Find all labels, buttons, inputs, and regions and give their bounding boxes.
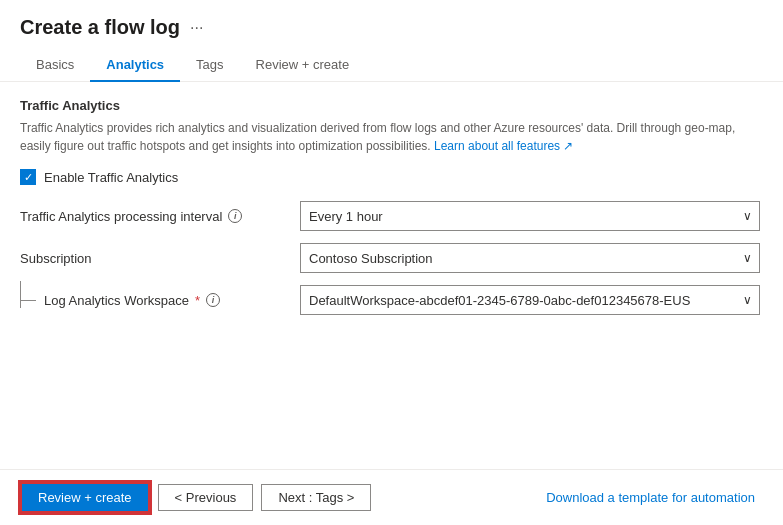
enable-traffic-analytics-row: ✓ Enable Traffic Analytics xyxy=(20,169,763,185)
review-create-button[interactable]: Review + create xyxy=(20,482,150,513)
enable-traffic-analytics-label: Enable Traffic Analytics xyxy=(44,170,178,185)
next-tags-button[interactable]: Next : Tags > xyxy=(261,484,371,511)
workspace-label: Log Analytics Workspace * i xyxy=(20,293,300,308)
previous-button[interactable]: < Previous xyxy=(158,484,254,511)
section-title: Traffic Analytics xyxy=(20,98,763,113)
processing-interval-dropdown-wrapper: Every 1 hour Every 10 minutes ∨ xyxy=(300,201,760,231)
enable-traffic-analytics-checkbox[interactable]: ✓ xyxy=(20,169,36,185)
workspace-dropdown-wrapper: DefaultWorkspace-abcdef01-2345-6789-0abc… xyxy=(300,285,760,315)
more-options-icon[interactable]: ··· xyxy=(190,19,203,37)
download-template-link[interactable]: Download a template for automation xyxy=(538,485,763,510)
processing-interval-label: Traffic Analytics processing interval i xyxy=(20,209,300,224)
external-link-icon: ↗ xyxy=(563,139,573,153)
processing-interval-info-icon[interactable]: i xyxy=(228,209,242,223)
page-header: Create a flow log ··· xyxy=(0,0,783,39)
tab-review-create[interactable]: Review + create xyxy=(240,49,366,82)
section-description: Traffic Analytics provides rich analytic… xyxy=(20,119,763,155)
workspace-row: Log Analytics Workspace * i DefaultWorks… xyxy=(20,285,763,315)
footer-bar: Review + create < Previous Next : Tags >… xyxy=(0,469,783,525)
subscription-label: Subscription xyxy=(20,251,300,266)
workspace-info-icon[interactable]: i xyxy=(206,293,220,307)
workspace-select[interactable]: DefaultWorkspace-abcdef01-2345-6789-0abc… xyxy=(300,285,760,315)
workspace-required-star: * xyxy=(195,293,200,308)
processing-interval-row: Traffic Analytics processing interval i … xyxy=(20,201,763,231)
subscription-row: Subscription Contoso Subscription ∨ xyxy=(20,243,763,273)
learn-features-link[interactable]: Learn about all features ↗ xyxy=(434,139,573,153)
subscription-dropdown-wrapper: Contoso Subscription ∨ xyxy=(300,243,760,273)
processing-interval-select[interactable]: Every 1 hour Every 10 minutes xyxy=(300,201,760,231)
tab-basics[interactable]: Basics xyxy=(20,49,90,82)
tabs-bar: Basics Analytics Tags Review + create xyxy=(0,39,783,82)
subscription-select[interactable]: Contoso Subscription xyxy=(300,243,760,273)
tab-analytics[interactable]: Analytics xyxy=(90,49,180,82)
checkmark-icon: ✓ xyxy=(24,172,33,183)
page-title: Create a flow log xyxy=(20,16,180,39)
tab-tags[interactable]: Tags xyxy=(180,49,239,82)
content-area: Traffic Analytics Traffic Analytics prov… xyxy=(0,82,783,469)
